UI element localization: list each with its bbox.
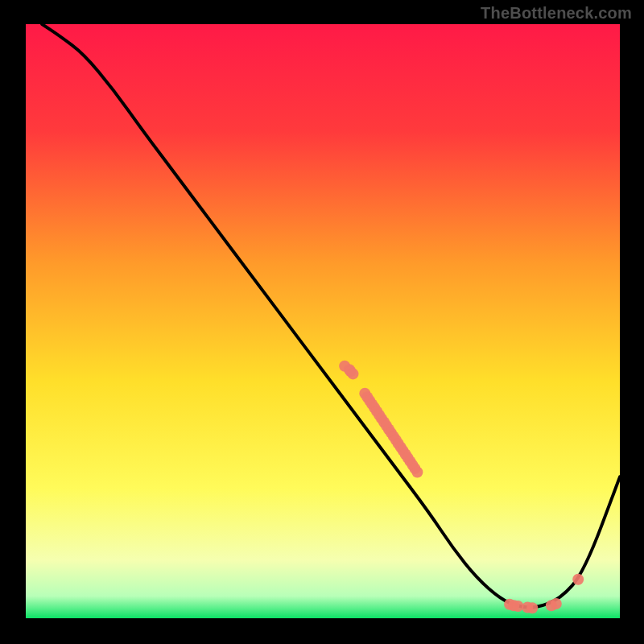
svg-point-4 [347, 368, 358, 379]
gradient-background [24, 24, 620, 620]
attribution-text: TheBottleneck.com [481, 4, 632, 23]
svg-point-32 [526, 602, 538, 613]
svg-point-30 [512, 601, 523, 612]
svg-point-34 [551, 598, 562, 609]
chart-container: { "attribution": "TheBottleneck.com", "c… [0, 0, 644, 644]
plot-area [24, 24, 620, 620]
svg-point-27 [411, 466, 423, 477]
svg-point-35 [572, 574, 584, 585]
plot-svg [24, 24, 620, 620]
